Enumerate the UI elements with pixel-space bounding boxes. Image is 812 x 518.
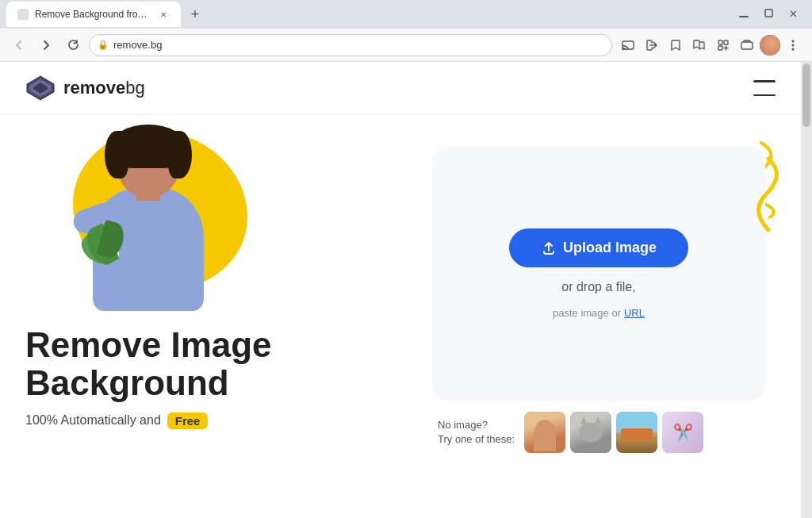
hero-section: Remove Image Background 100% Automatical… bbox=[0, 115, 801, 516]
svg-rect-7 bbox=[718, 46, 722, 50]
sample-thumb-1[interactable] bbox=[524, 412, 565, 453]
free-badge: Free bbox=[167, 412, 209, 429]
logo-light: bg bbox=[125, 78, 144, 98]
hero-title: Remove Image Background bbox=[25, 326, 422, 403]
extensions-button[interactable] bbox=[712, 34, 734, 56]
hamburger-line-2 bbox=[753, 94, 776, 97]
hero-text: Remove Image Background 100% Automatical… bbox=[25, 326, 422, 429]
svg-rect-2 bbox=[765, 10, 772, 17]
hero-person-image bbox=[73, 123, 232, 313]
paste-or-url-text: paste image or URL bbox=[553, 307, 645, 319]
sample-thumb-4[interactable]: ✂️ bbox=[662, 412, 703, 453]
svg-point-11 bbox=[792, 48, 795, 50]
svg-point-10 bbox=[792, 44, 795, 46]
url-link[interactable]: URL bbox=[624, 307, 645, 319]
tab-title: Remove Background from Im... bbox=[35, 9, 151, 20]
logo-bold: remove bbox=[63, 78, 125, 98]
subtitle-text: 100% Automatically and bbox=[25, 413, 161, 428]
svg-rect-5 bbox=[718, 40, 722, 44]
hero-left: Remove Image Background 100% Automatical… bbox=[25, 115, 422, 429]
menu-button[interactable] bbox=[782, 34, 804, 56]
logo-area: removebg bbox=[25, 75, 145, 102]
toolbar-icons bbox=[617, 34, 804, 56]
window-restore-button[interactable] bbox=[756, 0, 781, 29]
svg-point-9 bbox=[792, 40, 795, 42]
site-header: removebg bbox=[0, 62, 801, 115]
sample-images-row: No image? Try one of these: bbox=[438, 412, 703, 453]
hero-subtitle: 100% Automatically and Free bbox=[25, 412, 422, 429]
scrollbar-track[interactable] bbox=[801, 62, 812, 518]
svg-rect-1 bbox=[739, 16, 749, 17]
window-close-button[interactable]: ✕ bbox=[781, 0, 806, 29]
drop-file-text: or drop a file, bbox=[561, 280, 635, 294]
bookmarks-button[interactable] bbox=[688, 34, 710, 56]
profile-avatar bbox=[760, 35, 780, 56]
scrollbar-thumb[interactable] bbox=[802, 63, 810, 127]
svg-point-4 bbox=[622, 48, 624, 50]
address-bar[interactable]: 🔒 remove.bg bbox=[89, 34, 612, 56]
tab-groups-button[interactable] bbox=[736, 34, 758, 56]
svg-rect-6 bbox=[724, 40, 728, 44]
address-text: remove.bg bbox=[113, 39, 603, 51]
bookmark-button[interactable] bbox=[665, 34, 687, 56]
tab-close-button[interactable]: ✕ bbox=[157, 8, 170, 21]
svg-rect-0 bbox=[17, 9, 29, 20]
hamburger-menu-button[interactable] bbox=[753, 80, 776, 96]
sample-images-label: No image? Try one of these: bbox=[438, 418, 515, 447]
profile-button[interactable] bbox=[760, 35, 780, 56]
page-content: removebg bbox=[0, 62, 801, 518]
right-decorative-squiggle bbox=[746, 155, 790, 242]
share-button[interactable] bbox=[641, 34, 663, 56]
hamburger-line-1 bbox=[753, 80, 776, 82]
sample-thumb-3[interactable] bbox=[616, 412, 657, 453]
logo-text: removebg bbox=[63, 78, 145, 98]
back-button[interactable] bbox=[8, 34, 30, 56]
forward-button[interactable] bbox=[35, 34, 57, 56]
svg-rect-8 bbox=[741, 42, 753, 49]
cast-button[interactable] bbox=[617, 34, 639, 56]
hero-title-line1: Remove Image bbox=[25, 325, 272, 364]
hero-title-line2: Background bbox=[25, 363, 229, 402]
drop-text: or drop a file, bbox=[561, 280, 635, 294]
no-image-text: No image? bbox=[438, 419, 488, 431]
upload-image-button[interactable]: Upload Image bbox=[509, 228, 688, 267]
browser-tab[interactable]: Remove Background from Im... ✕ bbox=[6, 2, 181, 27]
upload-arrow-icon bbox=[541, 240, 557, 256]
upload-button-label: Upload Image bbox=[563, 240, 657, 256]
upload-card: Upload Image or drop a file, paste image… bbox=[432, 147, 765, 401]
hero-image-area bbox=[25, 123, 303, 313]
paste-text: paste image or bbox=[553, 307, 621, 319]
sample-thumb-2[interactable] bbox=[570, 412, 611, 453]
hero-right: Upload Image or drop a file, paste image… bbox=[422, 115, 776, 453]
logo-icon bbox=[25, 75, 56, 102]
reload-button[interactable] bbox=[62, 34, 84, 56]
tab-favicon bbox=[17, 9, 29, 20]
lock-icon: 🔒 bbox=[98, 40, 109, 50]
try-one-text: Try one of these: bbox=[438, 433, 515, 445]
new-tab-button[interactable]: + bbox=[184, 3, 206, 25]
window-minimize-button[interactable] bbox=[731, 0, 756, 29]
sample-thumbnails: ✂️ bbox=[524, 412, 703, 453]
browser-toolbar: 🔒 remove.bg bbox=[0, 29, 812, 62]
